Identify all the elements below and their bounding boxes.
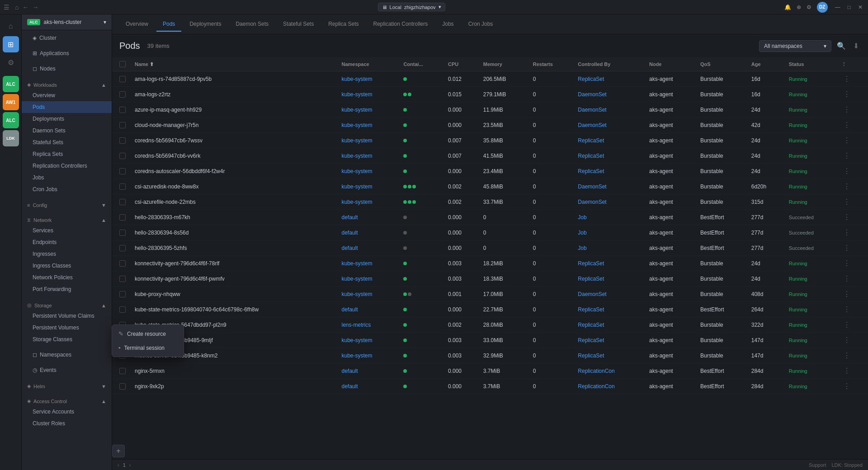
tab-deployments[interactable]: Deployments (183, 17, 227, 32)
sidebar-item-overview[interactable]: Overview (22, 89, 112, 101)
pod-controlled-by[interactable]: ReplicaSet (578, 137, 604, 144)
pod-namespace[interactable]: kube-system (342, 352, 373, 359)
pod-namespace[interactable]: kube-system (342, 76, 373, 82)
row-checkbox[interactable] (119, 76, 126, 82)
col-containers[interactable]: Contai... (399, 57, 443, 71)
select-all-checkbox[interactable] (119, 61, 126, 67)
sidebar-item-stateful-sets[interactable]: Stateful Sets (22, 136, 112, 148)
hamburger-icon[interactable]: ☰ (4, 4, 9, 11)
sidebar-item-pvc[interactable]: Persistent Volume Claims (22, 310, 112, 322)
pod-controlled-by[interactable]: ReplicaSet (578, 306, 604, 313)
row-more-button[interactable]: ⋮ (841, 229, 852, 236)
col-qos[interactable]: QoS (696, 57, 747, 71)
col-controlled-by[interactable]: Controlled By (573, 57, 645, 71)
row-more-button[interactable]: ⋮ (841, 336, 852, 344)
row-checkbox[interactable] (119, 137, 126, 144)
sidebar-item-cron-jobs[interactable]: Cron Jobs (22, 183, 112, 195)
sidebar-item-pv[interactable]: Persistent Volumes (22, 322, 112, 334)
pod-controlled-by[interactable]: ReplicaSet (578, 76, 604, 82)
col-namespace[interactable]: Namespace (337, 57, 399, 71)
sidebar-item-storage-classes[interactable]: Storage Classes (22, 334, 112, 345)
pod-namespace[interactable]: default (342, 306, 358, 313)
pod-name[interactable]: hello-28306393-m67kh (130, 210, 337, 225)
row-more-button[interactable]: ⋮ (841, 352, 852, 359)
row-checkbox[interactable] (119, 230, 126, 236)
sidebar-item-replica-sets[interactable]: Replica Sets (22, 148, 112, 160)
pod-controlled-by[interactable]: Job (578, 245, 586, 251)
pod-controlled-by[interactable]: ReplicaSet (578, 276, 604, 282)
cluster-header[interactable]: ALC aks-lens-cluster ▾ (22, 14, 112, 30)
pod-namespace[interactable]: kube-system (342, 276, 373, 282)
notification-icon[interactable]: 🔔 (784, 4, 791, 10)
context-create-resource[interactable]: ✎ Create resource (112, 327, 184, 341)
tab-replication-controllers[interactable]: Replication Controllers (367, 17, 434, 32)
pod-name[interactable]: ama-logs-z2rtz (130, 87, 337, 102)
tab-cron-jobs[interactable]: Cron Jobs (462, 17, 500, 32)
pod-name[interactable]: nginx-9xk2p (130, 379, 337, 394)
pod-name[interactable]: csi-azurefile-node-22mbs (130, 194, 337, 210)
pod-name[interactable]: azure-ip-masq-agent-hh929 (130, 102, 337, 118)
sidebar-grid-icon[interactable]: ⊞ (3, 36, 19, 52)
row-checkbox[interactable] (119, 306, 126, 313)
download-icon[interactable]: ⬇ (851, 40, 861, 52)
tab-jobs[interactable]: Jobs (436, 17, 460, 32)
sidebar-section-helm[interactable]: ◈ Helm ▼ (22, 380, 112, 391)
tab-daemon-sets[interactable]: Daemon Sets (229, 17, 275, 32)
row-checkbox[interactable] (119, 183, 126, 190)
add-button[interactable]: + (112, 445, 125, 457)
pod-controlled-by[interactable]: ReplicationCon (578, 383, 614, 390)
row-checkbox[interactable] (119, 107, 126, 113)
pod-name[interactable]: coredns-5b56947cb6-vv6rk (130, 148, 337, 164)
row-checkbox[interactable] (119, 245, 126, 251)
row-checkbox[interactable] (119, 260, 126, 267)
sidebar-item-daemon-sets[interactable]: Daemon Sets (22, 125, 112, 136)
pod-controlled-by[interactable]: ReplicaSet (578, 260, 604, 267)
avatar[interactable]: DZ (817, 2, 828, 13)
search-icon[interactable]: 🔍 (835, 40, 848, 52)
pod-controlled-by[interactable]: ReplicaSet (578, 168, 604, 174)
sidebar-settings-icon[interactable]: ⚙ (3, 54, 19, 70)
pod-namespace[interactable]: kube-system (342, 107, 373, 113)
col-memory[interactable]: Memory (479, 57, 528, 71)
row-more-button[interactable]: ⋮ (841, 198, 852, 206)
row-more-button[interactable]: ⋮ (841, 167, 852, 175)
sidebar-item-applications[interactable]: ⊞ Applications (22, 47, 112, 59)
pod-controlled-by[interactable]: Job (578, 230, 586, 236)
sidebar-section-network[interactable]: ⧖ Network ▲ (22, 213, 112, 225)
pod-namespace[interactable]: kube-system (342, 122, 373, 128)
pod-name[interactable]: kube-state-metrics-1698040740-6c64c6798c… (130, 302, 337, 317)
pod-namespace[interactable]: kube-system (342, 199, 373, 205)
row-checkbox[interactable] (119, 276, 126, 282)
sidebar-item-cluster[interactable]: ◈ Cluster (22, 32, 112, 44)
pod-controlled-by[interactable]: ReplicationCon (578, 368, 614, 374)
sidebar-item-deployments[interactable]: Deployments (22, 113, 112, 125)
sidebar-section-config[interactable]: ≡ Config ▼ (22, 199, 112, 210)
minimize-button[interactable]: — (833, 4, 842, 10)
sidebar-section-workloads[interactable]: ◈ Workloads ▲ (22, 78, 112, 89)
row-more-button[interactable]: ⋮ (841, 90, 852, 98)
pod-namespace[interactable]: kube-system (342, 91, 373, 98)
support-link[interactable]: Support (809, 462, 826, 468)
pod-controlled-by[interactable]: ReplicaSet (578, 153, 604, 159)
close-button[interactable]: ✕ (856, 4, 864, 10)
sidebar-alc-cluster[interactable]: ALC (3, 76, 19, 92)
sidebar-item-namespaces[interactable]: ◻ Namespaces (22, 349, 112, 361)
pod-controlled-by[interactable]: DaemonSet (578, 122, 606, 128)
sidebar-item-pods[interactable]: Pods (22, 101, 112, 113)
sidebar-item-services[interactable]: Services (22, 225, 112, 236)
sidebar-section-storage[interactable]: ◎ Storage ▲ (22, 299, 112, 310)
pod-name[interactable]: coredns-5b56947cb6-7wssv (130, 133, 337, 148)
row-more-button[interactable]: ⋮ (841, 275, 852, 282)
sidebar-item-endpoints[interactable]: Endpoints (22, 236, 112, 248)
col-restarts[interactable]: Restarts (528, 57, 574, 71)
tab-replica-sets[interactable]: Replica Sets (322, 17, 365, 32)
row-checkbox[interactable] (119, 91, 126, 98)
row-more-button[interactable]: ⋮ (841, 121, 852, 129)
sidebar-item-network-policies[interactable]: Network Policies (22, 272, 112, 283)
nav-back-icon[interactable]: ← (22, 4, 28, 11)
row-checkbox[interactable] (119, 368, 126, 374)
row-checkbox[interactable] (119, 214, 126, 221)
row-more-button[interactable]: ⋮ (841, 382, 852, 390)
pod-name[interactable]: cloud-node-manager-j7r5n (130, 118, 337, 133)
pod-controlled-by[interactable]: DaemonSet (578, 183, 606, 190)
